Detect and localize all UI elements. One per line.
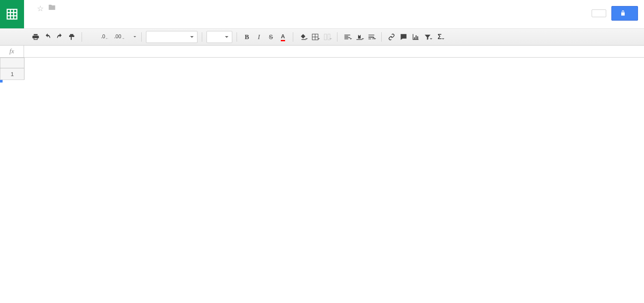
decrease-decimal-button[interactable]: .0← bbox=[98, 31, 111, 43]
insert-chart-button[interactable] bbox=[410, 31, 421, 43]
spreadsheet-grid[interactable]: 1 bbox=[0, 58, 644, 80]
bold-button[interactable]: B bbox=[241, 31, 252, 43]
functions-button[interactable]: Σ bbox=[434, 31, 445, 43]
increase-decimal-button[interactable]: .00→ bbox=[112, 31, 127, 43]
share-button[interactable] bbox=[611, 6, 638, 21]
filter-button[interactable] bbox=[422, 31, 433, 43]
toolbar: .0← .00→ B I S A Σ bbox=[0, 28, 644, 46]
sheets-logo[interactable] bbox=[0, 0, 24, 28]
horizontal-align-button[interactable] bbox=[342, 31, 353, 43]
star-icon[interactable]: ☆ bbox=[37, 4, 44, 13]
font-selector[interactable] bbox=[146, 31, 197, 43]
text-wrap-button[interactable] bbox=[366, 31, 377, 43]
text-color-button[interactable]: A bbox=[277, 31, 289, 43]
formula-input[interactable] bbox=[24, 46, 644, 57]
svg-rect-9 bbox=[328, 34, 330, 40]
vertical-align-button[interactable] bbox=[354, 31, 365, 43]
formula-bar: fx bbox=[0, 46, 644, 58]
format-percent-button[interactable] bbox=[92, 31, 97, 43]
svg-rect-0 bbox=[7, 9, 17, 19]
paint-format-icon[interactable] bbox=[66, 31, 77, 43]
lock-icon bbox=[620, 10, 626, 17]
select-all-corner[interactable] bbox=[0, 58, 24, 68]
folder-icon[interactable] bbox=[48, 3, 56, 13]
more-formats-button[interactable] bbox=[128, 31, 137, 43]
undo-icon[interactable] bbox=[42, 31, 53, 43]
svg-rect-8 bbox=[324, 34, 326, 40]
italic-button[interactable]: I bbox=[253, 31, 264, 43]
row-header[interactable]: 1 bbox=[0, 68, 24, 80]
selection-cursor bbox=[0, 80, 2, 82]
comments-button[interactable] bbox=[592, 9, 606, 17]
format-currency-button[interactable] bbox=[86, 31, 91, 43]
insert-comment-button[interactable] bbox=[398, 31, 409, 43]
redo-icon[interactable] bbox=[54, 31, 65, 43]
fx-icon: fx bbox=[0, 46, 24, 57]
print-icon[interactable] bbox=[30, 31, 41, 43]
borders-button[interactable] bbox=[310, 31, 321, 43]
strikethrough-button[interactable]: S bbox=[265, 31, 276, 43]
merge-cells-button[interactable] bbox=[322, 31, 333, 43]
font-size-selector[interactable] bbox=[207, 31, 232, 43]
header: ☆ bbox=[0, 0, 644, 28]
fill-color-button[interactable] bbox=[298, 31, 309, 43]
insert-link-button[interactable] bbox=[386, 31, 397, 43]
